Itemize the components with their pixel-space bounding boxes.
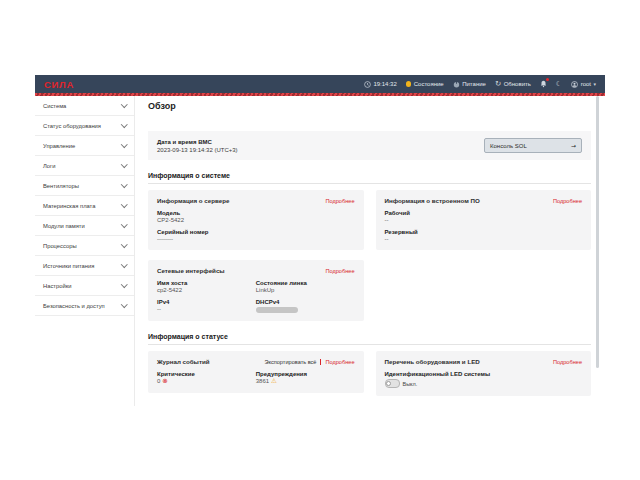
ipv4-value: -- <box>157 306 256 312</box>
warning-events-value: 3861 <box>256 378 269 384</box>
server-card-title: Информация о сервере <box>157 197 229 204</box>
ipv4-field: IPv4 -- <box>157 299 256 314</box>
network-card-title: Сетевые интерфейсы <box>157 267 225 274</box>
identify-led-field: Идентификационный LED системы Выкл. <box>385 371 583 389</box>
event-log-card: Журнал событий Экспортировать всё Подроб… <box>148 351 364 393</box>
identify-led-toggle[interactable] <box>385 379 400 388</box>
refresh-label: Обновить <box>504 81 531 87</box>
model-value: CP2-5422 <box>157 217 355 223</box>
chevron-down-icon <box>121 141 127 147</box>
serial-field: Серийный номер -------- <box>157 229 355 243</box>
server-more-link[interactable]: Подробнее <box>325 198 354 204</box>
model-field: Модель CP2-5422 <box>157 210 355 224</box>
sidebar-item-logs[interactable]: Логи <box>35 156 134 176</box>
event-log-title: Журнал событий <box>157 358 210 365</box>
status-section-title: Информация о статусе <box>148 333 591 345</box>
sidebar-item-fans[interactable]: Вентиляторы <box>35 176 134 196</box>
fw-active-value: -- <box>385 217 583 223</box>
inventory-led-more-link[interactable]: Подробнее <box>553 359 582 365</box>
system-cards-grid: Информация о сервере Подробнее Модель CP… <box>148 190 591 321</box>
inventory-led-card: Перечень оборудования и LED Подробнее Ид… <box>376 351 592 396</box>
chevron-down-icon <box>121 181 127 187</box>
sidebar-item-label: Процессоры <box>43 243 77 249</box>
warning-events-label: Предупреждения <box>256 371 355 377</box>
arrow-right-icon: → <box>571 143 576 149</box>
bmc-datetime-card: Дата и время BMC 2023-09-13 19:14:32 (UT… <box>148 131 591 160</box>
scrollbar-thumb[interactable] <box>596 96 599 368</box>
export-all-link[interactable]: Экспортировать всё <box>264 359 316 365</box>
ipv4-label: IPv4 <box>157 299 256 305</box>
event-log-more-link[interactable]: Подробнее <box>325 359 354 365</box>
dhcpv4-label: DHCPv4 <box>256 299 355 305</box>
sol-console-button[interactable]: Консоль SOL → <box>484 138 582 153</box>
main-content: Обзор Дата и время BMC 2023-09-13 19:14:… <box>135 96 605 406</box>
sidebar-item-hardware-status[interactable]: Статус оборудования <box>35 116 134 136</box>
chevron-down-icon <box>121 301 127 307</box>
sidebar-item-label: Статус оборудования <box>43 123 101 129</box>
chevron-down-icon <box>121 101 127 107</box>
network-interfaces-card: Сетевые интерфейсы Подробнее Имя хоста c… <box>148 260 364 321</box>
chevron-down-icon <box>121 261 127 267</box>
chevron-down-icon: ▾ <box>593 82 596 87</box>
links-divider <box>320 359 321 365</box>
bmc-datetime-value: 2023-09-13 19:14:32 (UTC+3) <box>157 147 238 153</box>
inventory-led-title: Перечень оборудования и LED <box>385 358 480 365</box>
identify-led-label: Идентификационный LED системы <box>385 371 583 377</box>
fw-backup-value: -- <box>385 236 583 242</box>
network-more-link[interactable]: Подробнее <box>325 268 354 274</box>
serial-value: -------- <box>157 236 355 242</box>
power-menu-label: Питание <box>462 81 486 87</box>
sidebar-item-label: Материнская плата <box>43 203 95 209</box>
link-status-field: Состояние линка LinkUp <box>256 280 355 294</box>
chevron-down-icon <box>121 221 127 227</box>
power-icon <box>453 81 460 88</box>
user-icon <box>571 81 578 88</box>
hostname-value: cp2-5422 <box>157 287 256 293</box>
sidebar-item-memory-modules[interactable]: Модули памяти <box>35 216 134 236</box>
firmware-more-link[interactable]: Подробнее <box>553 198 582 204</box>
notifications-button[interactable] <box>540 80 547 89</box>
warning-events-field: Предупреждения 3861 ⚠ <box>256 371 355 385</box>
moon-icon: ☾ <box>556 81 562 88</box>
clock-icon <box>364 81 371 88</box>
chevron-down-icon <box>121 281 127 287</box>
sidebar-item-settings[interactable]: Настройки <box>35 276 134 296</box>
refresh-button[interactable]: ↻ Обновить <box>495 80 531 88</box>
sidebar-item-label: Управление <box>43 143 75 149</box>
sidebar-nav: Система Статус оборудования Управление Л… <box>35 96 135 406</box>
sidebar-item-management[interactable]: Управление <box>35 136 134 156</box>
sidebar-item-label: Система <box>43 103 66 109</box>
sidebar-item-label: Безопасность и доступ <box>43 303 105 309</box>
bmc-app-window: СИЛА 19:14:32 Состояние Питание ↻ Обнови… <box>35 75 605 406</box>
sidebar-item-security-access[interactable]: Безопасность и доступ <box>35 296 134 316</box>
bmc-datetime-label: Дата и время BMC <box>157 139 238 145</box>
sidebar-item-motherboard[interactable]: Материнская плата <box>35 196 134 216</box>
dhcpv4-redacted-value <box>256 307 298 313</box>
toggle-knob <box>386 381 391 386</box>
identify-led-state: Выкл. <box>403 381 418 387</box>
chevron-down-icon <box>121 241 127 247</box>
fw-backup-field: Резервный -- <box>385 229 583 243</box>
dark-mode-toggle[interactable]: ☾ <box>556 81 562 88</box>
fw-active-label: Рабочий <box>385 210 583 216</box>
link-status-label: Состояние линка <box>256 280 355 286</box>
sidebar-item-label: Настройки <box>43 283 71 289</box>
sidebar-item-label: Логи <box>43 163 55 169</box>
critical-events-label: Критические <box>157 371 256 377</box>
sidebar-item-system[interactable]: Система <box>35 96 134 116</box>
sidebar-item-power-supplies[interactable]: Источники питания <box>35 256 134 276</box>
refresh-icon: ↻ <box>495 80 501 88</box>
chevron-down-icon <box>121 201 127 207</box>
brand-logo[interactable]: СИЛА <box>44 79 74 90</box>
firmware-card-title: Информация о встроенном ПО <box>385 197 480 204</box>
warning-icon: ⚠ <box>271 378 277 385</box>
sidebar-item-processors[interactable]: Процессоры <box>35 236 134 256</box>
top-navbar: СИЛА 19:14:32 Состояние Питание ↻ Обнови… <box>35 75 605 93</box>
sidebar-item-label: Вентиляторы <box>43 183 79 189</box>
power-menu[interactable]: Питание <box>453 81 486 88</box>
health-status-menu[interactable]: Состояние <box>406 81 444 87</box>
bmc-clock: 19:14:32 <box>364 81 397 88</box>
critical-events-field: Критические 0 ⊗ <box>157 371 256 385</box>
serial-label: Серийный номер <box>157 229 355 235</box>
user-menu[interactable]: root ▾ <box>571 81 596 88</box>
